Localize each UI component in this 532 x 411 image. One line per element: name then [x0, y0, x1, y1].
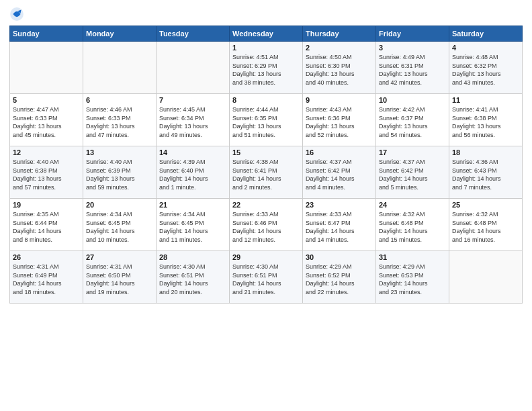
calendar-cell — [83, 42, 157, 94]
calendar-week-3: 12Sunrise: 4:40 AMSunset: 6:38 PMDayligh… — [10, 146, 523, 199]
day-number: 26 — [13, 253, 80, 261]
day-number: 29 — [232, 253, 300, 261]
weekday-header-friday: Friday — [376, 26, 449, 42]
day-info: Sunrise: 4:50 AMSunset: 6:30 PMDaylight:… — [306, 53, 373, 87]
day-info: Sunrise: 4:48 AMSunset: 6:32 PMDaylight:… — [452, 53, 519, 87]
logo-icon — [9, 7, 24, 21]
calendar-cell: 24Sunrise: 4:32 AMSunset: 6:48 PMDayligh… — [376, 199, 449, 251]
calendar-cell: 15Sunrise: 4:38 AMSunset: 6:41 PMDayligh… — [230, 146, 303, 199]
calendar-cell: 19Sunrise: 4:35 AMSunset: 6:44 PMDayligh… — [10, 199, 83, 251]
day-info: Sunrise: 4:29 AMSunset: 6:53 PMDaylight:… — [379, 263, 446, 296]
calendar-week-2: 5Sunrise: 4:47 AMSunset: 6:33 PMDaylight… — [10, 94, 523, 146]
day-number: 23 — [306, 201, 373, 209]
calendar-week-1: 1Sunrise: 4:51 AMSunset: 6:29 PMDaylight… — [10, 42, 523, 94]
day-info: Sunrise: 4:49 AMSunset: 6:31 PMDaylight:… — [379, 53, 446, 87]
day-number: 6 — [86, 96, 153, 104]
calendar-cell: 1Sunrise: 4:51 AMSunset: 6:29 PMDaylight… — [230, 42, 303, 94]
day-info: Sunrise: 4:40 AMSunset: 6:38 PMDaylight:… — [13, 158, 80, 191]
day-number: 8 — [232, 96, 300, 104]
day-info: Sunrise: 4:31 AMSunset: 6:50 PMDaylight:… — [86, 263, 153, 296]
calendar-cell: 9Sunrise: 4:43 AMSunset: 6:36 PMDaylight… — [303, 94, 376, 146]
calendar-cell: 29Sunrise: 4:30 AMSunset: 6:51 PMDayligh… — [230, 251, 303, 304]
calendar-cell: 16Sunrise: 4:37 AMSunset: 6:42 PMDayligh… — [303, 146, 376, 199]
calendar-cell: 21Sunrise: 4:34 AMSunset: 6:45 PMDayligh… — [157, 199, 230, 251]
calendar-cell: 23Sunrise: 4:33 AMSunset: 6:47 PMDayligh… — [303, 199, 376, 251]
calendar-cell: 12Sunrise: 4:40 AMSunset: 6:38 PMDayligh… — [10, 146, 83, 199]
day-info: Sunrise: 4:46 AMSunset: 6:33 PMDaylight:… — [86, 105, 153, 139]
day-number: 13 — [86, 148, 153, 156]
day-info: Sunrise: 4:34 AMSunset: 6:45 PMDaylight:… — [86, 210, 153, 244]
day-number: 11 — [452, 96, 519, 104]
day-info: Sunrise: 4:29 AMSunset: 6:52 PMDaylight:… — [306, 263, 373, 296]
header — [9, 7, 523, 21]
day-info: Sunrise: 4:30 AMSunset: 6:51 PMDaylight:… — [159, 263, 226, 296]
calendar-week-4: 19Sunrise: 4:35 AMSunset: 6:44 PMDayligh… — [10, 199, 523, 251]
calendar-body: 1Sunrise: 4:51 AMSunset: 6:29 PMDaylight… — [10, 42, 523, 304]
day-number: 14 — [159, 148, 226, 156]
calendar-cell — [10, 42, 83, 94]
calendar-cell: 17Sunrise: 4:37 AMSunset: 6:42 PMDayligh… — [376, 146, 449, 199]
day-info: Sunrise: 4:34 AMSunset: 6:45 PMDaylight:… — [159, 210, 226, 244]
day-info: Sunrise: 4:38 AMSunset: 6:41 PMDaylight:… — [232, 158, 300, 191]
calendar-cell: 13Sunrise: 4:40 AMSunset: 6:39 PMDayligh… — [83, 146, 157, 199]
day-number: 22 — [232, 201, 300, 209]
calendar-cell — [157, 42, 230, 94]
weekday-header-saturday: Saturday — [449, 26, 523, 42]
calendar-cell: 5Sunrise: 4:47 AMSunset: 6:33 PMDaylight… — [10, 94, 83, 146]
calendar-week-5: 26Sunrise: 4:31 AMSunset: 6:49 PMDayligh… — [10, 251, 523, 304]
day-number: 17 — [379, 148, 446, 156]
day-number: 9 — [306, 96, 373, 104]
day-number: 1 — [232, 44, 300, 52]
day-number: 20 — [86, 201, 153, 209]
calendar-cell: 8Sunrise: 4:44 AMSunset: 6:35 PMDaylight… — [230, 94, 303, 146]
day-number: 21 — [159, 201, 226, 209]
day-info: Sunrise: 4:33 AMSunset: 6:46 PMDaylight:… — [232, 210, 300, 244]
day-number: 2 — [306, 44, 373, 52]
calendar-cell: 6Sunrise: 4:46 AMSunset: 6:33 PMDaylight… — [83, 94, 157, 146]
page-container: SundayMondayTuesdayWednesdayThursdayFrid… — [0, 0, 532, 310]
calendar-table: SundayMondayTuesdayWednesdayThursdayFrid… — [9, 26, 523, 304]
day-info: Sunrise: 4:44 AMSunset: 6:35 PMDaylight:… — [232, 105, 300, 139]
day-number: 3 — [379, 44, 446, 52]
day-info: Sunrise: 4:45 AMSunset: 6:34 PMDaylight:… — [159, 105, 226, 139]
weekday-header-sunday: Sunday — [10, 26, 83, 42]
day-number: 16 — [306, 148, 373, 156]
day-number: 4 — [452, 44, 519, 52]
day-info: Sunrise: 4:32 AMSunset: 6:48 PMDaylight:… — [379, 210, 446, 244]
day-number: 12 — [13, 148, 80, 156]
calendar-cell: 28Sunrise: 4:30 AMSunset: 6:51 PMDayligh… — [157, 251, 230, 304]
day-number: 25 — [452, 201, 519, 209]
day-number: 5 — [13, 96, 80, 104]
day-number: 30 — [306, 253, 373, 261]
day-info: Sunrise: 4:39 AMSunset: 6:40 PMDaylight:… — [159, 158, 226, 191]
day-number: 27 — [86, 253, 153, 261]
weekday-header-monday: Monday — [83, 26, 157, 42]
day-info: Sunrise: 4:47 AMSunset: 6:33 PMDaylight:… — [13, 105, 80, 139]
weekday-row: SundayMondayTuesdayWednesdayThursdayFrid… — [10, 26, 523, 42]
day-number: 18 — [452, 148, 519, 156]
calendar-cell: 20Sunrise: 4:34 AMSunset: 6:45 PMDayligh… — [83, 199, 157, 251]
calendar-cell: 31Sunrise: 4:29 AMSunset: 6:53 PMDayligh… — [376, 251, 449, 304]
day-info: Sunrise: 4:36 AMSunset: 6:43 PMDaylight:… — [452, 158, 519, 191]
day-info: Sunrise: 4:51 AMSunset: 6:29 PMDaylight:… — [232, 53, 300, 87]
weekday-header-tuesday: Tuesday — [157, 26, 230, 42]
day-number: 7 — [159, 96, 226, 104]
calendar-cell: 25Sunrise: 4:32 AMSunset: 6:48 PMDayligh… — [449, 199, 523, 251]
day-number: 28 — [159, 253, 226, 261]
day-info: Sunrise: 4:31 AMSunset: 6:49 PMDaylight:… — [13, 263, 80, 296]
day-info: Sunrise: 4:40 AMSunset: 6:39 PMDaylight:… — [86, 158, 153, 191]
weekday-header-wednesday: Wednesday — [230, 26, 303, 42]
day-info: Sunrise: 4:37 AMSunset: 6:42 PMDaylight:… — [379, 158, 446, 191]
calendar-header: SundayMondayTuesdayWednesdayThursdayFrid… — [10, 26, 523, 42]
calendar-cell — [449, 251, 523, 304]
calendar-cell: 10Sunrise: 4:42 AMSunset: 6:37 PMDayligh… — [376, 94, 449, 146]
calendar-cell: 4Sunrise: 4:48 AMSunset: 6:32 PMDaylight… — [449, 42, 523, 94]
day-number: 15 — [232, 148, 300, 156]
calendar-cell: 7Sunrise: 4:45 AMSunset: 6:34 PMDaylight… — [157, 94, 230, 146]
weekday-header-thursday: Thursday — [303, 26, 376, 42]
day-number: 31 — [379, 253, 446, 261]
day-info: Sunrise: 4:32 AMSunset: 6:48 PMDaylight:… — [452, 210, 519, 244]
day-number: 19 — [13, 201, 80, 209]
calendar-cell: 27Sunrise: 4:31 AMSunset: 6:50 PMDayligh… — [83, 251, 157, 304]
calendar-cell: 11Sunrise: 4:41 AMSunset: 6:38 PMDayligh… — [449, 94, 523, 146]
